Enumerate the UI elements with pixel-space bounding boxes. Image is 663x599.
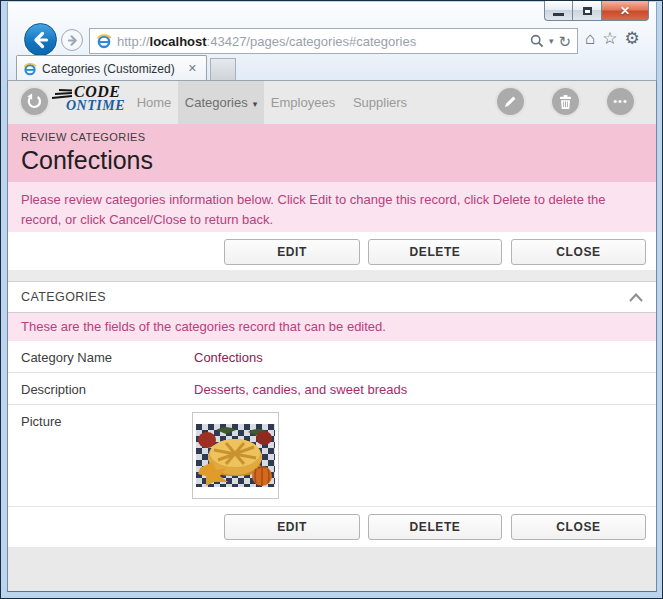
edit-button-bottom[interactable]: EDIT bbox=[224, 514, 360, 540]
picture-thumbnail[interactable] bbox=[192, 412, 279, 499]
collapse-chevron-up-icon[interactable] bbox=[629, 293, 643, 302]
url-text: http://localhost:43427/pages/categories#… bbox=[117, 34, 530, 49]
nav-item-categories[interactable]: Categories▾ bbox=[178, 81, 264, 124]
delete-button-bottom[interactable]: DELETE bbox=[368, 514, 502, 540]
browser-tab[interactable]: Categories (Customized) ✕ bbox=[16, 55, 207, 81]
field-value: Desserts, candies, and sweet breads bbox=[194, 382, 407, 397]
rotate-back-icon bbox=[26, 93, 43, 110]
trash-icon bbox=[558, 94, 573, 110]
edit-button-top[interactable]: EDIT bbox=[224, 239, 360, 265]
close-button[interactable]: ✕ bbox=[602, 1, 649, 21]
restore-button[interactable] bbox=[573, 1, 602, 21]
app-navbar: CODE ONTIME Home Categories▾ Employees S… bbox=[8, 81, 656, 124]
chrome-toolbar-icons: ⌂ ☆ ⚙ bbox=[585, 30, 640, 47]
search-caret-icon[interactable]: ▾ bbox=[549, 36, 554, 46]
browser-forward-button[interactable] bbox=[61, 29, 83, 51]
minimize-icon bbox=[553, 13, 564, 16]
browser-window: ✕ http://localhost:43427/pages/categorie… bbox=[0, 0, 663, 599]
page-footer bbox=[8, 547, 656, 592]
home-icon[interactable]: ⌂ bbox=[585, 30, 595, 47]
pie-photo bbox=[196, 424, 275, 487]
close-icon: ✕ bbox=[620, 4, 630, 18]
new-tab-button[interactable] bbox=[210, 58, 236, 81]
nav-item-suppliers[interactable]: Suppliers bbox=[344, 81, 416, 124]
ie-tab-icon bbox=[23, 62, 37, 76]
field-label: Picture bbox=[21, 414, 61, 429]
close-button-bottom[interactable]: CLOSE bbox=[511, 514, 646, 540]
refresh-icon[interactable]: ↻ bbox=[558, 34, 571, 49]
browser-back-button[interactable] bbox=[24, 23, 57, 56]
forward-arrow-icon bbox=[66, 34, 79, 47]
ellipsis-icon: ••• bbox=[613, 95, 628, 107]
field-label: Category Name bbox=[21, 350, 112, 365]
fields-block: Category Name Confections Description De… bbox=[8, 341, 656, 547]
close-button-top[interactable]: CLOSE bbox=[511, 239, 646, 265]
field-row-category-name: Category Name Confections bbox=[8, 341, 656, 373]
nav-item-employees[interactable]: Employees bbox=[264, 81, 342, 124]
minimize-button[interactable] bbox=[544, 1, 573, 21]
delete-button-top[interactable]: DELETE bbox=[368, 239, 502, 265]
edit-action-button[interactable] bbox=[495, 86, 526, 117]
nav-item-home[interactable]: Home bbox=[126, 81, 182, 124]
ie-page-icon bbox=[96, 33, 112, 49]
app-back-button[interactable] bbox=[19, 86, 50, 117]
tab-close-icon[interactable]: ✕ bbox=[185, 62, 200, 75]
favorites-star-icon[interactable]: ☆ bbox=[602, 30, 617, 47]
settings-gear-icon[interactable]: ⚙ bbox=[625, 30, 640, 47]
search-icon[interactable] bbox=[530, 34, 544, 48]
page-kicker: REVIEW CATEGORIES bbox=[21, 131, 643, 143]
more-actions-button[interactable]: ••• bbox=[605, 86, 636, 117]
back-arrow-icon bbox=[31, 30, 51, 50]
field-row-description: Description Desserts, candies, and sweet… bbox=[8, 373, 656, 405]
window-controls: ✕ bbox=[544, 1, 649, 21]
field-label: Description bbox=[21, 382, 86, 397]
delete-action-button[interactable] bbox=[550, 86, 581, 117]
pencil-icon bbox=[503, 94, 518, 109]
section-notice: These are the fields of the categories r… bbox=[8, 313, 656, 341]
section-title: CATEGORIES bbox=[21, 290, 629, 304]
restore-icon bbox=[583, 7, 592, 15]
top-button-band: EDIT DELETE CLOSE bbox=[8, 232, 656, 270]
dropdown-caret-icon: ▾ bbox=[253, 99, 258, 109]
categories-section-header[interactable]: CATEGORIES bbox=[8, 281, 656, 313]
address-bar[interactable]: http://localhost:43427/pages/categories#… bbox=[89, 28, 578, 54]
address-bar-icons: ▾ ↻ bbox=[530, 34, 577, 49]
review-notice: Please review categories information bel… bbox=[8, 182, 656, 232]
page-header: REVIEW CATEGORIES Confections bbox=[8, 124, 656, 182]
field-value: Confections bbox=[194, 350, 263, 365]
logo-wing-icon bbox=[50, 86, 76, 100]
page-viewport: CODE ONTIME Home Categories▾ Employees S… bbox=[7, 80, 657, 592]
field-row-picture: Picture bbox=[8, 405, 656, 507]
tab-title: Categories (Customized) bbox=[42, 62, 185, 76]
page-title: Confections bbox=[21, 146, 643, 175]
